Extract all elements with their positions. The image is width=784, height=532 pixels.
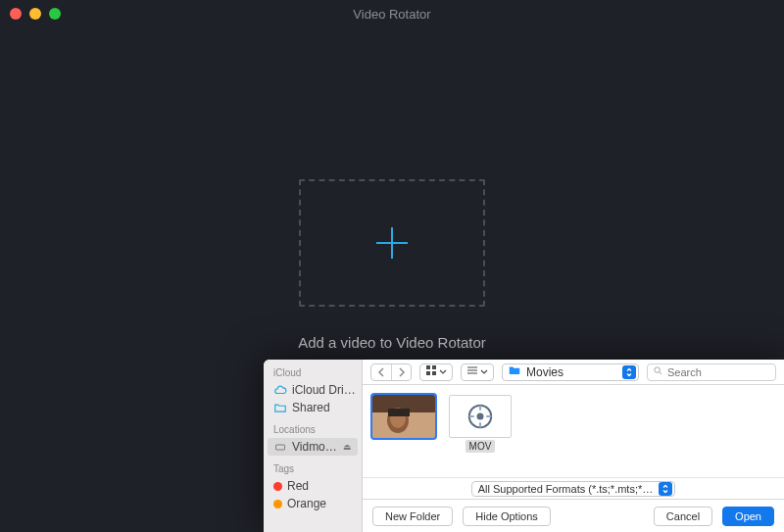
- sidebar-header-tags: Tags: [264, 461, 362, 477]
- sidebar-item-shared[interactable]: Shared: [264, 399, 362, 416]
- sidebar-item-icloud-drive[interactable]: iCloud Dri…: [264, 381, 362, 399]
- svg-rect-2: [276, 445, 285, 450]
- add-video-dropzone[interactable]: [299, 179, 485, 307]
- svg-rect-5: [426, 371, 430, 375]
- cancel-button[interactable]: Cancel: [654, 507, 712, 526]
- file-item-video[interactable]: [372, 395, 435, 438]
- shared-folder-icon: [273, 401, 287, 414]
- search-field[interactable]: [647, 363, 776, 381]
- new-folder-button[interactable]: New Folder: [372, 507, 453, 526]
- folder-icon: [508, 363, 521, 380]
- cloud-icon: [273, 383, 287, 397]
- svg-point-18: [478, 414, 483, 419]
- file-caption: MOV: [466, 440, 496, 453]
- format-row: All Supported Formats (*.ts;*.mts;*…: [363, 477, 784, 499]
- mov-file-icon: [449, 395, 512, 438]
- dialog-sidebar: iCloud iCloud Dri… Shared Locations Vidm…: [264, 360, 362, 532]
- titlebar: Video Rotator: [0, 0, 784, 27]
- svg-rect-3: [426, 365, 430, 369]
- chevron-down-icon: [480, 365, 488, 379]
- nav-forward-button[interactable]: [391, 364, 411, 380]
- svg-rect-16: [388, 409, 410, 416]
- video-thumbnail: [372, 395, 435, 438]
- dialog-toolbar: Movies: [363, 360, 784, 385]
- dropzone-hint: Add a video to Video Rotator: [298, 334, 486, 351]
- disk-icon: [273, 440, 287, 454]
- chevron-down-icon: [439, 365, 447, 379]
- dialog-footer: New Folder Hide Options Cancel Open: [363, 499, 784, 532]
- nav-back-forward: [370, 363, 412, 381]
- sidebar-header-icloud: iCloud: [264, 365, 362, 381]
- hide-options-button[interactable]: Hide Options: [463, 507, 551, 526]
- sidebar-tag-orange[interactable]: Orange: [264, 495, 362, 512]
- svg-rect-6: [432, 371, 436, 375]
- search-icon: [653, 365, 663, 379]
- tag-dot-red: [273, 482, 282, 491]
- updown-icon: [659, 482, 672, 496]
- sidebar-tag-red[interactable]: Red: [264, 477, 362, 495]
- sidebar-item-label: Orange: [287, 497, 326, 510]
- format-popup[interactable]: All Supported Formats (*.ts;*.mts;*…: [471, 481, 676, 497]
- view-icon-mode-button[interactable]: [419, 363, 453, 381]
- list-icon: [466, 364, 478, 379]
- sidebar-header-locations: Locations: [264, 422, 362, 438]
- location-label: Movies: [526, 365, 564, 379]
- sidebar-item-label: iCloud Dri…: [292, 383, 356, 397]
- grid-icon: [425, 364, 437, 379]
- sidebar-item-label: Red: [287, 479, 309, 493]
- group-mode-button[interactable]: [461, 363, 494, 381]
- window-title: Video Rotator: [0, 7, 784, 22]
- file-grid: MOV: [363, 385, 784, 477]
- eject-icon[interactable]: ⏏: [343, 442, 352, 452]
- file-open-dialog: iCloud iCloud Dri… Shared Locations Vidm…: [264, 360, 784, 532]
- tag-dot-orange: [273, 500, 282, 508]
- open-button[interactable]: Open: [722, 507, 774, 526]
- dialog-panel: Movies: [362, 360, 784, 532]
- svg-rect-4: [432, 365, 436, 369]
- file-item-mov[interactable]: MOV: [449, 395, 512, 453]
- svg-line-11: [660, 371, 662, 374]
- format-label: All Supported Formats (*.ts;*.mts;*…: [478, 483, 654, 495]
- sidebar-item-label: Shared: [292, 401, 330, 414]
- search-input[interactable]: [667, 366, 770, 378]
- sidebar-item-vidmo[interactable]: Vidmo… ⏏: [268, 438, 358, 456]
- nav-back-button[interactable]: [371, 364, 391, 380]
- svg-point-10: [655, 366, 661, 372]
- plus-icon: [372, 223, 412, 263]
- location-popup[interactable]: Movies: [502, 363, 639, 381]
- updown-icon: [622, 365, 636, 379]
- sidebar-item-label: Vidmo…: [292, 440, 337, 454]
